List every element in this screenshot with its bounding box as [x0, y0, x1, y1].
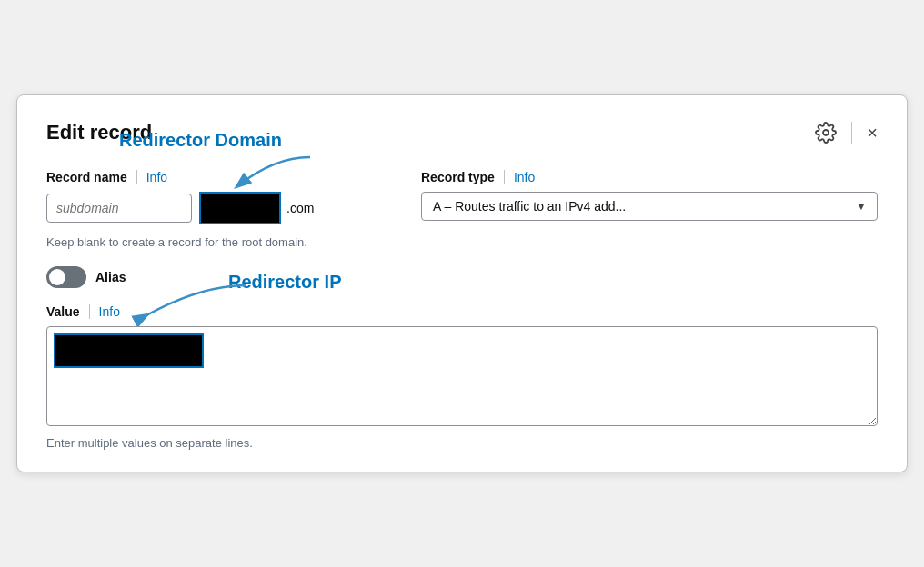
record-name-input-area: .com Redirector Domain [46, 192, 392, 224]
arrow-ip-svg [119, 281, 265, 331]
svg-point-0 [823, 130, 829, 135]
top-form-row: Record name Info .com Redirector [46, 170, 878, 252]
domain-suffix: .com [286, 201, 314, 215]
toggle-knob [49, 269, 65, 285]
value-textarea-container [46, 326, 878, 429]
record-name-hint: Keep blank to create a record for the ro… [46, 234, 337, 252]
record-name-input[interactable] [46, 194, 192, 223]
settings-icon[interactable] [815, 122, 837, 144]
record-type-info-link[interactable]: Info [504, 170, 535, 184]
record-type-select-wrapper: A – Routes traffic to an IPv4 add... AAA… [421, 192, 878, 221]
record-name-info-link[interactable]: Info [136, 170, 167, 184]
record-type-select[interactable]: A – Routes traffic to an IPv4 add... AAA… [421, 192, 878, 221]
alias-toggle[interactable] [46, 266, 86, 288]
value-redacted-box [54, 333, 204, 368]
header-actions: × [815, 122, 878, 144]
record-type-label: Record type [421, 170, 495, 184]
value-label: Value [46, 304, 80, 319]
record-type-group: Record type Info A – Routes traffic to a… [421, 170, 878, 252]
record-name-label: Record name [46, 170, 127, 184]
close-button[interactable]: × [867, 124, 878, 142]
record-type-label-row: Record type Info [421, 170, 878, 184]
value-section: Value Info Redirector IP Enter multiple … [46, 304, 878, 450]
header-divider [851, 122, 852, 144]
arrow-domain-svg [219, 148, 319, 203]
record-name-group: Record name Info .com Redirector [46, 170, 392, 252]
redirector-domain-annotation: Redirector Domain [119, 130, 282, 151]
value-hint: Enter multiple values on separate lines. [46, 436, 878, 450]
edit-record-dialog: Edit record × Record name Info .com [16, 94, 908, 472]
value-info-link[interactable]: Info [89, 304, 120, 319]
